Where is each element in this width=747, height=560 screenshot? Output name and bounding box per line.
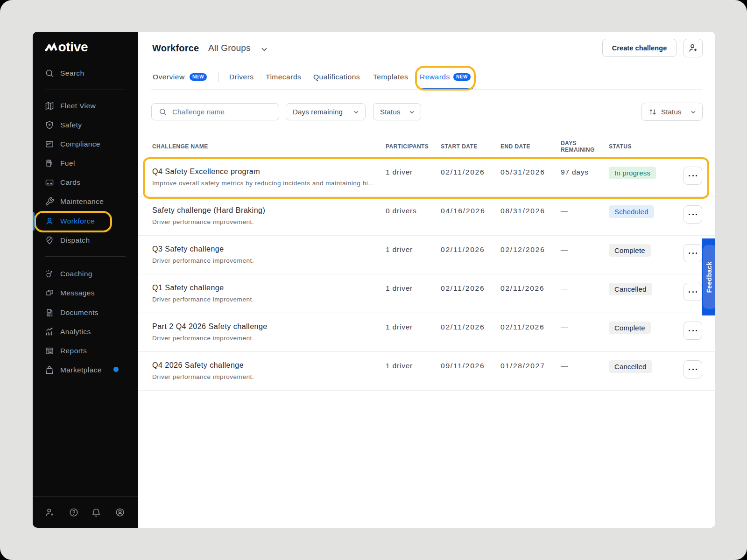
- svg-text:otive: otive: [58, 41, 88, 53]
